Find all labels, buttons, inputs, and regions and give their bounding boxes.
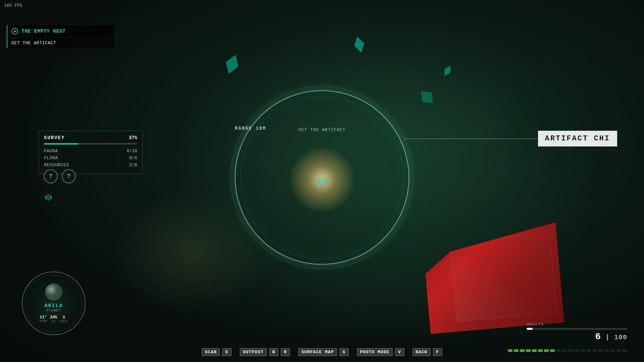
unknown-button-1[interactable]: ? [44, 169, 58, 183]
crystal-decoration [416, 86, 438, 108]
quest-panel: THE EMPTY NEST GET THE ARTIFACT [7, 25, 114, 48]
ammo-segment-1 [514, 349, 519, 352]
ammo-segment-11 [574, 349, 579, 352]
planet-o2-stat: 24% O2 [50, 315, 57, 323]
planet-info-compass: AKILA PLANET 11° TEMP 24% O2 1 GRAV [22, 272, 86, 335]
ammo-segment-14 [592, 349, 597, 352]
health-section: HEALTH 6 | 100 [527, 322, 627, 342]
planet-sphere-icon [45, 284, 62, 300]
health-bar-background [527, 328, 627, 330]
outpost-key-r[interactable]: R [281, 348, 290, 356]
mini-hex-icon [45, 194, 51, 200]
toolbar-scan: SCAN E [202, 348, 231, 356]
bottom-toolbar: SCAN E OUTPOST B R SURFACE MAP G PHOTO M… [202, 348, 442, 356]
planet-type: PLANET [40, 309, 68, 312]
artifact-name-text: ARTIFACT CHI [545, 134, 610, 143]
survey-title: SURVEY [44, 135, 65, 140]
planet-temp-label: TEMP [40, 320, 48, 323]
ammo-segment-8 [556, 349, 561, 352]
health-bar-fill [527, 328, 533, 330]
crystal-decoration [442, 64, 453, 78]
ammo-segment-6 [544, 349, 549, 352]
health-current: 6 [595, 331, 601, 342]
planet-o2-value: 24% [50, 315, 57, 320]
compass-ring: AKILA PLANET 11° TEMP 24% O2 1 GRAV [22, 272, 86, 335]
survey-resources-row: RESOURCES 2/6 [44, 163, 137, 168]
toolbar-photo-mode: PHOTO MODE V [357, 348, 404, 356]
survey-header: SURVEY 37% [44, 135, 137, 140]
outpost-action-label: OUTPOST [240, 348, 267, 356]
planet-name: AKILA [40, 303, 68, 309]
ammo-segment-12 [580, 349, 585, 352]
quest-name: THE EMPTY NEST [21, 28, 66, 34]
survey-resources-value: 2/6 [129, 163, 137, 168]
ammo-bar [508, 349, 627, 352]
ammo-segment-2 [520, 349, 525, 352]
toolbar-back: BACK F [413, 348, 442, 356]
health-max: | 100 [601, 334, 627, 341]
survey-flora-row: FLORA 0/5 [44, 156, 137, 161]
quest-title-bar: THE EMPTY NEST [7, 25, 114, 37]
survey-percent: 37% [129, 135, 137, 140]
planet-temp-value: 11° [40, 315, 48, 320]
planet-grav-stat: 1 GRAV [60, 315, 68, 323]
quest-objective: GET THE ARTIFACT [7, 38, 114, 48]
ammo-segment-9 [562, 349, 567, 352]
ammo-segment-13 [586, 349, 591, 352]
ammo-segment-10 [568, 349, 573, 352]
ammo-segment-16 [604, 349, 609, 352]
ammo-segment-7 [550, 349, 555, 352]
unknown-buttons-group: ? ? [44, 169, 76, 183]
mini-hex-indicator [45, 194, 51, 200]
back-key[interactable]: F [433, 348, 442, 356]
fps-counter: 105 FPS [4, 3, 22, 8]
toolbar-outpost: OUTPOST B R [240, 348, 290, 356]
survey-fauna-label: FAUNA [44, 148, 58, 154]
survey-flora-value: 0/5 [129, 156, 137, 161]
outpost-key-b[interactable]: B [269, 348, 278, 356]
ammo-segment-5 [538, 349, 543, 352]
artifact-label-panel: ARTIFACT CHI [538, 131, 617, 146]
scan-objective-text: GET THE ARTIFACT [299, 127, 346, 132]
crystal-decoration [352, 35, 366, 54]
ammo-segment-3 [526, 349, 531, 352]
toolbar-surface-map: SURFACE MAP G [298, 348, 348, 356]
ammo-segment-18 [616, 349, 621, 352]
survey-progress-bar [44, 143, 137, 144]
survey-resources-label: RESOURCES [44, 163, 69, 168]
health-value: 6 | 100 [527, 331, 627, 342]
planet-info-inner: AKILA PLANET 11° TEMP 24% O2 1 GRAV [40, 284, 68, 323]
crystal-decoration [222, 53, 242, 76]
surface-map-action-label: SURFACE MAP [298, 348, 337, 356]
scan-action-label: SCAN [202, 348, 220, 356]
unknown-button-2[interactable]: ? [62, 169, 76, 183]
ammo-segment-19 [623, 349, 627, 352]
survey-flora-label: FLORA [44, 156, 58, 161]
back-action-label: BACK [413, 348, 430, 356]
survey-fauna-value: 0/10 [127, 148, 137, 154]
ammo-segment-15 [598, 349, 603, 352]
range-indicator: RANGE 10M [235, 126, 266, 131]
planet-o2-label: O2 [50, 320, 57, 323]
planet-temp-stat: 11° TEMP [40, 315, 48, 323]
survey-fauna-row: FAUNA 0/10 [44, 148, 137, 154]
ammo-segment-17 [610, 349, 615, 352]
health-label: HEALTH [527, 322, 627, 326]
survey-panel: SURVEY 37% FAUNA 0/10 FLORA 0/5 RESOURCE… [39, 131, 143, 174]
planet-grav-value: 1 [60, 315, 68, 320]
scan-key[interactable]: E [222, 348, 231, 356]
surface-map-key[interactable]: G [339, 348, 348, 356]
survey-progress-fill [44, 143, 78, 144]
photo-mode-key[interactable]: V [395, 348, 404, 356]
quest-icon [11, 28, 18, 35]
photo-mode-action-label: PHOTO MODE [357, 348, 392, 356]
planet-grav-label: GRAV [60, 320, 68, 323]
ammo-segment-4 [532, 349, 537, 352]
planet-stats: 11° TEMP 24% O2 1 GRAV [40, 315, 68, 323]
ammo-segment-0 [508, 349, 513, 352]
